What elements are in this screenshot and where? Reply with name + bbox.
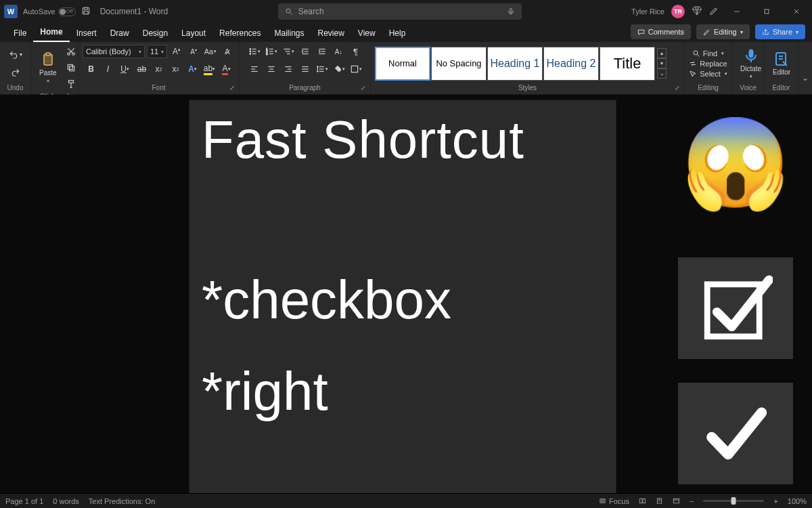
search-box[interactable]: Search [278, 3, 522, 20]
zoom-in-button[interactable]: + [773, 497, 777, 505]
borders-button[interactable]: ▾ [348, 62, 363, 77]
scream-emoji-icon: 😱 [681, 119, 790, 207]
zoom-out-button[interactable]: − [690, 497, 694, 505]
style-heading2[interactable]: Heading 2 [543, 47, 599, 81]
font-launcher-icon[interactable]: ⤢ [229, 85, 235, 91]
pen-icon[interactable] [709, 6, 719, 18]
numbering-button[interactable]: 123▾ [264, 44, 279, 59]
align-right-button[interactable] [281, 62, 296, 77]
strikethrough-button[interactable]: ab [135, 62, 150, 77]
redo-button[interactable] [8, 65, 23, 80]
tab-draw[interactable]: Draw [104, 26, 136, 42]
change-case-button[interactable]: Aa▾ [203, 44, 218, 59]
tab-help[interactable]: Help [382, 26, 413, 42]
style-normal[interactable]: Normal [375, 47, 430, 81]
page-line-2: *checkbox [202, 273, 604, 327]
comments-button[interactable]: Comments [631, 24, 691, 39]
style-no-spacing[interactable]: No Spacing [431, 47, 487, 81]
mic-icon[interactable] [507, 7, 515, 16]
tab-review[interactable]: Review [311, 26, 351, 42]
close-button[interactable] [785, 2, 808, 21]
justify-button[interactable] [298, 62, 313, 77]
view-print-button[interactable] [656, 497, 663, 505]
maximize-button[interactable] [755, 2, 778, 21]
svg-rect-67 [639, 499, 642, 503]
undo-button[interactable]: ▾ [8, 47, 23, 62]
status-predictions[interactable]: Text Predictions: On [89, 497, 155, 505]
style-title[interactable]: Title [600, 47, 655, 81]
underline-button[interactable]: U▾ [118, 62, 133, 77]
align-left-button[interactable] [247, 62, 262, 77]
line-spacing-button[interactable]: ▾ [315, 62, 330, 77]
find-button[interactable]: Find▾ [692, 49, 724, 58]
highlight-button[interactable]: ab▾ [202, 62, 217, 77]
increase-indent-button[interactable] [315, 44, 330, 59]
document-page[interactable]: Fast Shortcut *checkbox *right [189, 100, 616, 493]
decrease-indent-button[interactable] [298, 44, 313, 59]
group-undo: ▾ Undo [0, 42, 31, 94]
search-placeholder: Search [298, 7, 324, 16]
svg-text:3: 3 [266, 52, 268, 56]
dictate-button[interactable]: Dictate▾ [736, 46, 765, 81]
tab-home[interactable]: Home [33, 24, 69, 42]
italic-button[interactable]: I [101, 62, 116, 77]
text-effects-button[interactable]: A▾ [185, 62, 200, 77]
styles-launcher-icon[interactable]: ⤢ [675, 85, 680, 91]
editor-button[interactable]: Editor [769, 49, 794, 77]
tab-mailings[interactable]: Mailings [267, 26, 311, 42]
shading-button[interactable]: ▾ [332, 62, 346, 77]
styles-group-label: Styles⤢ [375, 83, 680, 93]
tab-view[interactable]: View [351, 26, 382, 42]
paragraph-launcher-icon[interactable]: ⤢ [361, 85, 366, 91]
font-name-select[interactable]: Calibri (Body)▾ [83, 45, 145, 58]
style-heading1[interactable]: Heading 1 [487, 47, 543, 81]
replace-button[interactable]: Replace [689, 60, 727, 68]
grow-font-button[interactable]: A▴ [169, 44, 184, 59]
minimize-button[interactable] [725, 2, 748, 21]
tab-design[interactable]: Design [136, 26, 175, 42]
document-title: Document1 - Word [100, 7, 168, 16]
view-read-button[interactable] [639, 497, 646, 505]
svg-rect-2 [84, 11, 88, 14]
svg-rect-68 [643, 499, 646, 503]
autosave-switch[interactable]: Off [58, 7, 76, 16]
focus-mode-button[interactable]: Focus [599, 497, 629, 505]
tab-layout[interactable]: Layout [175, 26, 212, 42]
ribbon-collapse[interactable]: ⌄ [798, 42, 812, 94]
paste-button[interactable]: Paste ▾ [35, 50, 61, 85]
clear-formatting-button[interactable]: A̷ [220, 44, 235, 59]
align-center-button[interactable] [264, 62, 279, 77]
styles-more[interactable]: ▴▾⌄ [657, 48, 667, 79]
editing-mode-button[interactable]: Editing ▾ [696, 24, 750, 39]
font-color-button[interactable]: A▾ [219, 62, 234, 77]
zoom-slider[interactable] [703, 500, 764, 502]
select-button[interactable]: Select▾ [689, 70, 727, 78]
bold-button[interactable]: B [84, 62, 99, 77]
autosave-toggle[interactable]: AutoSave Off [23, 7, 76, 16]
bullets-button[interactable]: ▾ [247, 44, 262, 59]
svg-rect-19 [68, 81, 73, 83]
tab-insert[interactable]: Insert [70, 26, 104, 42]
font-size-select[interactable]: 11▾ [147, 45, 167, 58]
shrink-font-button[interactable]: A▾ [186, 44, 201, 59]
superscript-button[interactable]: x2 [168, 62, 183, 77]
user-avatar[interactable]: TR [671, 5, 685, 18]
zoom-level[interactable]: 100% [788, 497, 807, 505]
format-painter-button[interactable] [64, 77, 78, 91]
share-button[interactable]: Share ▾ [755, 24, 805, 39]
svg-line-58 [697, 54, 699, 56]
view-web-button[interactable] [673, 497, 680, 505]
diamond-icon[interactable] [692, 5, 702, 18]
subscript-button[interactable]: x2 [152, 62, 166, 77]
cut-button[interactable] [64, 44, 78, 59]
status-page[interactable]: Page 1 of 1 [5, 497, 43, 505]
show-marks-button[interactable]: ¶ [348, 44, 363, 59]
sort-button[interactable]: A↓ [332, 44, 346, 59]
multilevel-list-button[interactable]: ▾ [281, 44, 296, 59]
tab-references[interactable]: References [212, 26, 267, 42]
save-icon[interactable] [81, 6, 91, 18]
status-words[interactable]: 0 words [53, 497, 79, 505]
editor-group-label: Editor [769, 83, 794, 93]
tab-file[interactable]: File [7, 26, 33, 42]
copy-button[interactable] [64, 60, 78, 75]
